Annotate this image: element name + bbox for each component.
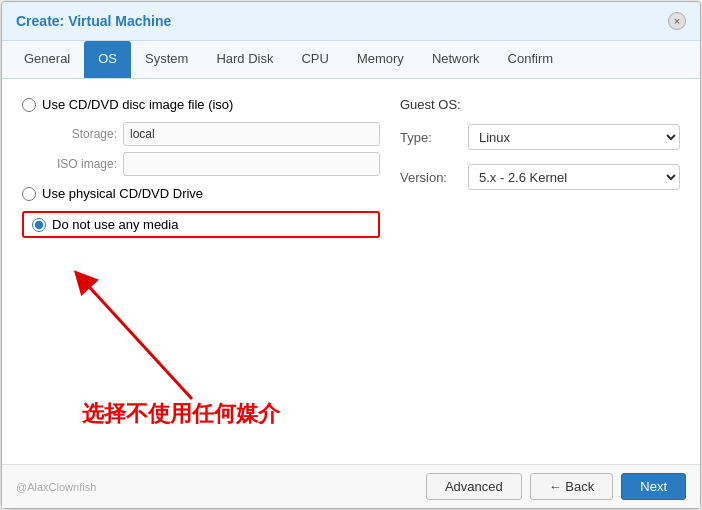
type-row: Type: Linux Windows Other [400,124,680,150]
footer: @AlaxClownfish Advanced ← Back Next [2,464,700,508]
annotation-area: 选择不使用任何媒介 [22,259,362,459]
iso-sub-fields: Storage: ISO image: [42,122,380,176]
guest-os-label: Guest OS: [400,97,680,112]
radio-none[interactable]: Do not use any media [22,211,380,238]
radio-none-label: Do not use any media [52,217,178,232]
radio-iso-input[interactable] [22,98,36,112]
tab-memory[interactable]: Memory [343,41,418,78]
tab-hard-disk[interactable]: Hard Disk [202,41,287,78]
radio-iso[interactable]: Use CD/DVD disc image file (iso) [22,97,380,112]
title-bar: Create: Virtual Machine × [2,2,700,41]
type-label: Type: [400,130,460,145]
type-select[interactable]: Linux Windows Other [468,124,680,150]
next-button[interactable]: Next [621,473,686,500]
radio-iso-label: Use CD/DVD disc image file (iso) [42,97,233,112]
radio-physical-input[interactable] [22,187,36,201]
iso-row: ISO image: [42,152,380,176]
left-panel: Use CD/DVD disc image file (iso) Storage… [22,97,380,446]
storage-input[interactable] [123,122,380,146]
media-options: Use CD/DVD disc image file (iso) Storage… [22,97,380,238]
advanced-button[interactable]: Advanced [426,473,522,500]
storage-label: Storage: [42,127,117,141]
close-button[interactable]: × [668,12,686,30]
svg-line-1 [82,279,192,399]
content-area: Use CD/DVD disc image file (iso) Storage… [2,79,700,464]
version-label: Version: [400,170,460,185]
annotation-text: 选择不使用任何媒介 [82,399,280,429]
create-vm-dialog: Create: Virtual Machine × General OS Sys… [1,1,701,509]
radio-physical-label: Use physical CD/DVD Drive [42,186,203,201]
iso-input[interactable] [123,152,380,176]
version-select[interactable]: 5.x - 2.6 Kernel 4.x - 3.x Kernel 2.6 Ke… [468,164,680,190]
watermark: @AlaxClownfish [16,481,96,493]
tab-bar: General OS System Hard Disk CPU Memory N… [2,41,700,79]
back-button[interactable]: ← Back [530,473,614,500]
tab-cpu[interactable]: CPU [287,41,342,78]
annotation-arrow [22,259,362,459]
radio-none-input[interactable] [32,218,46,232]
iso-label: ISO image: [42,157,117,171]
tab-network[interactable]: Network [418,41,494,78]
version-row: Version: 5.x - 2.6 Kernel 4.x - 3.x Kern… [400,164,680,190]
tab-system[interactable]: System [131,41,202,78]
tab-general[interactable]: General [10,41,84,78]
tab-confirm[interactable]: Confirm [494,41,568,78]
right-panel: Guest OS: Type: Linux Windows Other Vers… [400,97,680,446]
radio-physical[interactable]: Use physical CD/DVD Drive [22,186,380,201]
tab-os[interactable]: OS [84,41,131,78]
dialog-title: Create: Virtual Machine [16,13,171,29]
storage-row: Storage: [42,122,380,146]
